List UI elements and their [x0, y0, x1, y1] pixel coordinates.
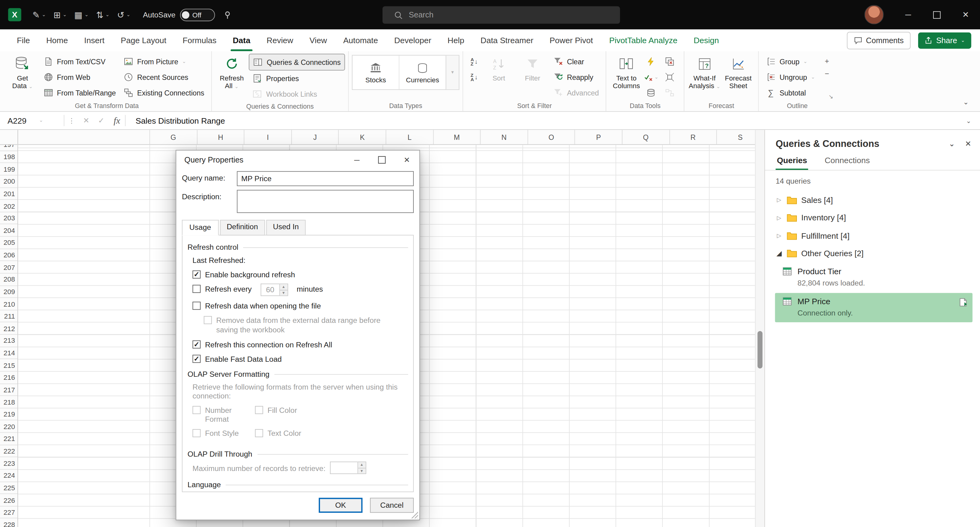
dialog-tab[interactable]: Usage	[182, 220, 219, 235]
row-header[interactable]: 206	[0, 249, 18, 261]
expand-arrow-icon[interactable]: ▷	[776, 197, 783, 203]
currencies-button[interactable]: Currencies	[399, 56, 445, 89]
row-header[interactable]: 228	[0, 519, 18, 527]
autosave-toggle[interactable]: Off	[180, 9, 215, 21]
column-header[interactable]: N	[481, 130, 528, 144]
close-button[interactable]: ✕	[951, 0, 980, 29]
ok-button[interactable]: OK	[319, 498, 363, 513]
properties-button[interactable]: Properties	[249, 71, 345, 86]
row-header[interactable]: 199	[0, 163, 18, 175]
ribbon-tab[interactable]: PivotTable Analyze	[601, 29, 686, 51]
row-header[interactable]: 213	[0, 335, 18, 347]
scrollbar-thumb[interactable]	[757, 331, 762, 368]
relationships-button[interactable]	[662, 85, 678, 101]
pin-icon[interactable]	[222, 10, 232, 20]
recent-sources-button[interactable]: Recent Sources	[120, 70, 208, 85]
from-web-button[interactable]: From Web	[40, 70, 120, 85]
ribbon-tab[interactable]: Formulas	[175, 29, 225, 51]
row-header[interactable]: 219	[0, 408, 18, 421]
qat-table-button[interactable]: ⊞⌄	[49, 7, 70, 22]
drag-handle-icon[interactable]: ⋮	[64, 117, 79, 125]
query-folder[interactable]: ◢ Other Queries [2]	[765, 244, 980, 262]
reapply-filter-button[interactable]: Reapply	[549, 70, 603, 85]
ribbon-tab[interactable]: Insert	[76, 29, 112, 51]
sort-descending-button[interactable]: ZA↓	[466, 70, 482, 85]
checkbox-number-format[interactable]: Number Format	[192, 406, 250, 424]
sort-ascending-button[interactable]: AZ↓	[466, 54, 482, 70]
get-data-button[interactable]: Get Data ⌄	[5, 52, 39, 89]
row-header[interactable]: 212	[0, 322, 18, 335]
ribbon-tab[interactable]: Help	[439, 29, 473, 51]
query-name-input[interactable]: MP Price	[237, 171, 414, 186]
search-box[interactable]: Search	[382, 6, 620, 24]
dialog-close-icon[interactable]: ✕	[395, 151, 420, 169]
manage-data-model-button[interactable]	[643, 85, 659, 101]
column-header-partial[interactable]	[18, 130, 150, 144]
collapse-ribbon-icon[interactable]: ⌄	[963, 98, 969, 106]
dialog-tab[interactable]: Definition	[220, 220, 265, 235]
minutes-value[interactable]: 60	[260, 284, 279, 296]
load-options-icon[interactable]	[959, 298, 968, 306]
group-button[interactable]: Group ⌄	[762, 54, 819, 70]
stocks-button[interactable]: Stocks	[353, 56, 399, 89]
share-button[interactable]: Share ⌄	[918, 32, 971, 48]
confirm-entry-icon[interactable]: ✓	[94, 116, 109, 125]
checkbox-font-style[interactable]: Font Style	[192, 429, 250, 438]
row-header[interactable]: 209	[0, 286, 18, 298]
consolidate-button[interactable]	[662, 70, 678, 85]
user-avatar[interactable]	[864, 5, 883, 24]
row-header[interactable]: 224	[0, 470, 18, 482]
queries-connections-button[interactable]: Queries & Connections	[249, 54, 345, 71]
cancel-button[interactable]: Cancel	[370, 498, 414, 513]
ribbon-tab[interactable]: Automate	[335, 29, 386, 51]
max-records-spinner[interactable]: ▲ ▼	[330, 462, 366, 474]
comments-button[interactable]: Comments	[846, 32, 910, 49]
spinner-down-icon[interactable]: ▼	[358, 468, 365, 473]
spinner-down-icon[interactable]: ▼	[280, 289, 287, 295]
query-item[interactable]: Product Tier 82,804 rows loaded.	[775, 263, 973, 292]
row-header[interactable]: 204	[0, 225, 18, 237]
ribbon-tab[interactable]: View	[301, 29, 335, 51]
column-header[interactable]: G	[150, 130, 197, 144]
row-header[interactable]: 198	[0, 151, 18, 163]
row-header[interactable]: 218	[0, 396, 18, 408]
ribbon-tab[interactable]: Home	[38, 29, 76, 51]
checkbox-remove-external-data[interactable]: Remove data from the external data range…	[204, 316, 386, 335]
ribbon-tab[interactable]: Power Pivot	[541, 29, 601, 51]
column-header[interactable]: J	[292, 130, 339, 144]
checkbox-box[interactable]	[255, 406, 263, 414]
minutes-spinner[interactable]: 60 ▲ ▼	[260, 284, 288, 296]
expand-arrow-icon[interactable]: ◢	[776, 249, 783, 258]
expand-formula-bar-icon[interactable]: ⌄	[966, 117, 971, 124]
name-box[interactable]: A229 ⌄	[0, 112, 64, 129]
row-header[interactable]: 207	[0, 261, 18, 274]
workbook-links-button[interactable]: Workbook Links	[249, 86, 345, 102]
from-text-csv-button[interactable]: From Text/CSV	[40, 54, 120, 70]
row-header[interactable]: 208	[0, 274, 18, 286]
column-header[interactable]: Q	[623, 130, 670, 144]
dialog-tab[interactable]: Used In	[266, 220, 305, 235]
row-header[interactable]: 201	[0, 187, 18, 200]
query-folder[interactable]: ▷ Fulfillment [4]	[765, 227, 980, 244]
ribbon-tab[interactable]: File	[9, 29, 38, 51]
minimize-button[interactable]: ─	[894, 0, 923, 29]
checkbox-fill-color[interactable]: Fill Color	[255, 406, 408, 424]
show-detail-button[interactable]: +	[821, 55, 833, 68]
row-header[interactable]: 215	[0, 359, 18, 371]
remove-duplicates-button[interactable]	[662, 54, 678, 70]
hide-detail-button[interactable]: −	[821, 67, 833, 80]
dialog-minimize-icon[interactable]: ─	[344, 151, 369, 169]
sort-button[interactable]: AZ Sort	[482, 52, 516, 82]
cancel-entry-icon[interactable]: ✕	[79, 116, 94, 125]
checkbox-box[interactable]: ✓	[192, 340, 201, 349]
description-input[interactable]	[237, 190, 414, 213]
row-header[interactable]: 222	[0, 445, 18, 457]
row-header[interactable]: 227	[0, 506, 18, 519]
select-all-corner[interactable]	[0, 130, 18, 144]
expand-arrow-icon[interactable]: ▷	[776, 233, 783, 239]
column-header[interactable]: P	[575, 130, 622, 144]
flash-fill-button[interactable]	[643, 54, 659, 70]
pane-tab[interactable]: Connections	[824, 154, 871, 170]
subtotal-button[interactable]: ∑ Subtotal	[762, 85, 819, 101]
checkbox-refresh-every[interactable]: Refresh every 60 ▲ ▼ minutes	[192, 285, 408, 296]
